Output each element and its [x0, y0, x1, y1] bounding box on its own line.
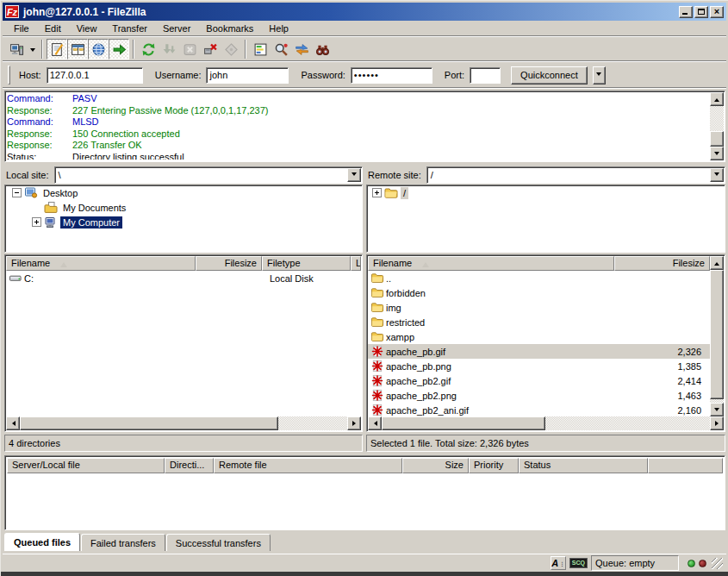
menu-help[interactable]: Help — [261, 22, 296, 36]
port-label: Port: — [445, 70, 464, 80]
maximize-button[interactable] — [694, 6, 708, 18]
folder-row[interactable]: xampp — [368, 329, 710, 344]
transfer-type-ascii-icon[interactable]: A⋮ — [551, 556, 566, 570]
synchronized-browsing-icon[interactable] — [291, 39, 312, 59]
menu-bookmarks[interactable]: Bookmarks — [198, 22, 261, 36]
password-input[interactable] — [351, 67, 432, 84]
app-icon[interactable]: Fz — [5, 5, 19, 18]
title-bar[interactable]: Fz john@127.0.0.1 - FileZilla × — [3, 3, 726, 21]
directory-filters-icon[interactable] — [250, 39, 271, 59]
image-file-icon — [370, 389, 384, 402]
find-files-icon[interactable] — [312, 39, 333, 59]
tab-queued-files[interactable]: Queued files — [4, 533, 80, 551]
scroll-up-button[interactable] — [710, 256, 724, 270]
file-row-selected[interactable]: apache_pb.gif2,326 — [368, 344, 710, 359]
quickconnect-dropdown[interactable] — [593, 66, 606, 85]
tab-successful-transfers[interactable]: Successful transfers — [166, 534, 271, 551]
chevron-down-icon[interactable] — [347, 168, 361, 182]
folder-row[interactable]: .. — [368, 271, 710, 285]
tree-item-root[interactable]: / — [367, 185, 725, 200]
tree-item-desktop[interactable]: Desktop — [5, 185, 362, 200]
menu-server[interactable]: Server — [155, 22, 198, 36]
toolbar — [3, 37, 726, 62]
tree-item-my-documents[interactable]: My Documents — [5, 200, 362, 215]
menu-edit[interactable]: Edit — [37, 22, 69, 36]
remote-hscrollbar[interactable] — [368, 416, 724, 430]
expand-icon[interactable] — [372, 188, 382, 197]
folder-row[interactable]: img — [368, 300, 710, 315]
column-header-remote-file[interactable]: Remote file — [214, 458, 402, 473]
disconnect-icon[interactable] — [200, 39, 221, 59]
column-header-filesize[interactable]: Filesize — [614, 256, 710, 271]
log-line: Response:227 Entering Passive Mode (127,… — [7, 105, 709, 117]
speedlimit-led-icon[interactable]: SCQ — [569, 558, 588, 568]
message-log-lines: Command:PASV Response:227 Entering Passi… — [7, 93, 709, 160]
log-vscrollbar[interactable] — [710, 92, 724, 160]
remote-site-combo[interactable]: / — [426, 166, 725, 184]
host-input[interactable] — [47, 67, 143, 84]
toggle-remote-view-icon[interactable] — [88, 39, 109, 59]
column-header-filetype[interactable]: Filetype — [262, 256, 351, 271]
file-row[interactable]: apache_pb2.gif2,414 — [368, 373, 710, 388]
toolbar-gripper[interactable] — [8, 66, 10, 85]
cancel-icon[interactable] — [179, 39, 200, 59]
filezilla-window: Fz john@127.0.0.1 - FileZilla × File Edi… — [0, 0, 728, 576]
reconnect-icon[interactable] — [221, 39, 241, 59]
compare-directories-icon[interactable] — [271, 39, 291, 59]
remote-site-value: / — [427, 170, 709, 180]
close-button[interactable]: × — [710, 6, 724, 18]
scroll-down-button[interactable] — [710, 147, 724, 160]
file-row[interactable]: apache_pb.png1,385 — [368, 359, 710, 373]
quickconnect-button[interactable]: Quickconnect — [511, 66, 588, 85]
scroll-thumb[interactable] — [20, 416, 278, 430]
chevron-down-icon[interactable] — [710, 168, 724, 182]
file-row[interactable]: apache_pb2_ani.gif2,160 — [368, 403, 710, 416]
toggle-transfer-queue-icon[interactable] — [109, 39, 129, 59]
scroll-left-button[interactable] — [368, 416, 382, 430]
scroll-right-button[interactable] — [710, 416, 724, 430]
collapse-icon[interactable] — [12, 188, 22, 197]
scroll-down-button[interactable] — [710, 403, 724, 416]
minimize-button[interactable] — [679, 6, 693, 18]
toggle-tree-views-icon[interactable] — [67, 39, 88, 59]
username-input[interactable] — [206, 67, 289, 84]
scroll-thumb[interactable] — [710, 270, 724, 399]
image-file-icon — [370, 374, 384, 387]
expand-icon[interactable] — [32, 217, 41, 227]
column-header-size[interactable]: Size — [402, 458, 469, 473]
site-manager-icon[interactable] — [6, 39, 27, 59]
folder-row[interactable]: forbidden — [368, 285, 710, 300]
toggle-message-log-icon[interactable] — [47, 39, 67, 59]
local-site-combo[interactable]: \ — [54, 166, 363, 184]
scroll-left-button[interactable] — [6, 416, 20, 430]
column-header-filesize[interactable]: Filesize — [196, 256, 262, 271]
tab-failed-transfers[interactable]: Failed transfers — [81, 534, 165, 551]
menu-file[interactable]: File — [6, 22, 37, 36]
folder-row[interactable]: restricted — [368, 315, 710, 329]
column-header-status[interactable]: Status — [519, 458, 648, 473]
status-bar: A⋮ SCQ Queue: empty — [3, 554, 726, 572]
column-header-filename[interactable]: Filename — [368, 256, 614, 271]
menu-view[interactable]: View — [69, 22, 105, 36]
file-row[interactable]: apache_pb2.png1,463 — [368, 388, 710, 403]
process-queue-icon[interactable] — [159, 39, 179, 59]
tree-item-my-computer[interactable]: My Computer — [5, 215, 362, 229]
local-hscrollbar[interactable] — [6, 416, 361, 430]
site-manager-dropdown[interactable] — [27, 39, 38, 59]
column-header-server-local-file[interactable]: Server/Local file — [7, 458, 165, 473]
port-input[interactable] — [470, 67, 501, 84]
scroll-thumb[interactable] — [710, 131, 724, 147]
scroll-thumb[interactable] — [382, 416, 545, 430]
column-header-priority[interactable]: Priority — [469, 458, 519, 473]
column-header-lastmodified[interactable]: L — [351, 256, 361, 271]
refresh-icon[interactable] — [138, 39, 159, 59]
menu-transfer[interactable]: Transfer — [104, 22, 155, 36]
column-header-direction[interactable]: Directi... — [165, 458, 214, 473]
scroll-right-button[interactable] — [347, 416, 361, 430]
resize-grip[interactable] — [712, 558, 723, 569]
image-file-icon — [370, 360, 384, 373]
remote-vscrollbar[interactable] — [710, 256, 724, 416]
column-header-filename[interactable]: Filename — [6, 256, 196, 271]
file-row-c-drive[interactable]: C: Local Disk — [6, 271, 361, 285]
scroll-up-button[interactable] — [710, 92, 724, 106]
